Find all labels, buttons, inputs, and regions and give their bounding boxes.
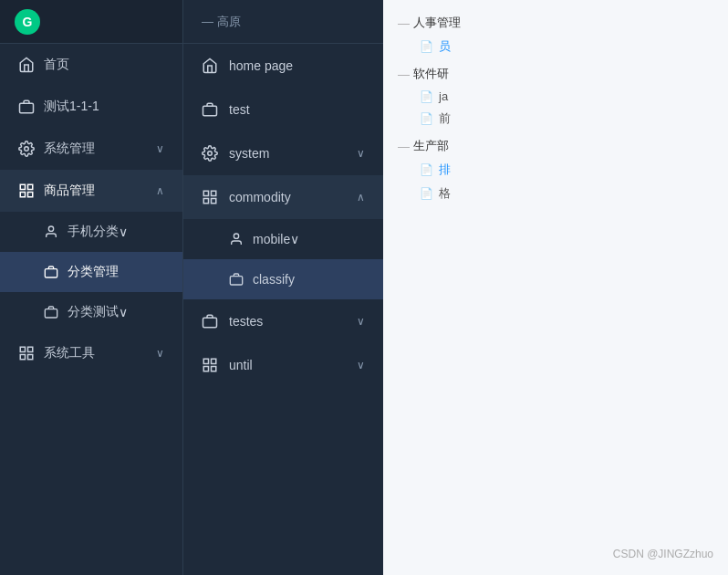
sidebar-item-test-label: 测试1-1-1 [44, 99, 164, 115]
watermark: CSDN @JINGZzhuo [613, 548, 713, 560]
sidebar-item-mobile-classify[interactable]: 手机分类 ∨ [0, 212, 182, 252]
chevron-down-icon-mobile: ∨ [119, 225, 128, 239]
mid-item-until-label: until [229, 358, 357, 372]
mid-item-commodity-label: commodity [229, 190, 357, 204]
grid-icon-mid-until [202, 357, 218, 373]
sidebar-item-classify-manage[interactable]: 分类管理 [0, 252, 182, 292]
briefcase-icon-classify-test [44, 305, 58, 319]
grid-icon-mid-commodity [202, 189, 218, 205]
svg-rect-22 [203, 359, 208, 363]
briefcase-icon-mid-test [202, 101, 218, 118]
mid-item-mobile-label: mobile [253, 232, 290, 246]
grid-icon-sys [18, 345, 35, 361]
svg-rect-21 [203, 318, 217, 328]
sidebar-item-classify-test-label: 分类测试 [68, 304, 119, 320]
tree-group-prod-header: 生产部 [398, 138, 713, 154]
home-icon [18, 57, 35, 73]
svg-point-1 [25, 147, 29, 152]
briefcase-icon-mid-classify [229, 272, 244, 287]
user-icon-mid [229, 232, 244, 246]
svg-rect-5 [28, 193, 33, 197]
briefcase-icon-classify [44, 265, 58, 279]
svg-rect-8 [45, 309, 57, 318]
tree-item-soft-2[interactable]: 前 [398, 107, 713, 131]
logo-icon: G [15, 9, 40, 35]
tree-item-hr-1[interactable]: 员 [398, 35, 713, 58]
tree-item-soft-2-label: 前 [439, 110, 451, 127]
sidebar-item-mobile-label: 手机分类 [68, 224, 119, 240]
chevron-down-icon-mid-mobile: ∨ [290, 232, 299, 246]
mid-item-mobile[interactable]: mobile ∨ [183, 219, 383, 259]
tree-item-prod-2[interactable]: 格 [398, 182, 713, 205]
mid-item-homepage-label: home page [229, 58, 365, 73]
mid-item-test[interactable]: test [183, 88, 383, 131]
right-panel: 人事管理 员 软件研 ja 前 生产部 排 格 CSDN @JINGZzhu [383, 0, 728, 575]
sidebar-item-classify-test[interactable]: 分类测试 ∨ [0, 292, 182, 332]
svg-rect-18 [212, 199, 216, 204]
sidebar-item-home-label: 首页 [44, 57, 164, 73]
svg-rect-9 [20, 347, 25, 351]
sidebar-item-commodity-label: 商品管理 [44, 183, 156, 199]
middle-header: — 高原 [183, 0, 383, 44]
chevron-down-icon-mid-system: ∨ [357, 147, 365, 160]
mid-item-homepage[interactable]: home page [183, 44, 383, 88]
svg-point-19 [234, 234, 238, 238]
svg-rect-12 [28, 355, 33, 360]
left-sidebar: G 首页 测试1-1-1 [0, 0, 182, 575]
mid-item-commodity[interactable]: commodity ∧ [183, 175, 383, 219]
svg-rect-24 [203, 367, 208, 371]
svg-rect-2 [20, 184, 25, 189]
svg-rect-7 [45, 269, 57, 277]
tree-group-soft-header: 软件研 [398, 66, 713, 82]
chevron-down-icon-sys: ∨ [156, 347, 164, 360]
mid-item-testes-label: testes [229, 314, 357, 329]
svg-rect-17 [203, 199, 208, 204]
sidebar-item-home[interactable]: 首页 [0, 44, 182, 86]
svg-rect-16 [212, 191, 216, 195]
sidebar-item-sys-tools[interactable]: 系统工具 ∨ [0, 332, 182, 374]
tree-section-hr: 人事管理 员 [398, 15, 713, 58]
chevron-down-icon-mid-testes: ∨ [357, 315, 365, 328]
tree-item-prod-1[interactable]: 排 [398, 158, 713, 182]
sidebar-nav: 首页 测试1-1-1 系统管理 ∨ [0, 44, 182, 575]
mid-item-test-label: test [229, 102, 365, 117]
mid-item-system-label: system [229, 146, 357, 161]
chevron-down-icon-mid-until: ∨ [357, 359, 365, 371]
middle-sidebar: — 高原 home page test system [182, 0, 383, 575]
sidebar-item-system[interactable]: 系统管理 ∨ [0, 128, 182, 170]
mid-item-classify[interactable]: classify [183, 259, 383, 299]
svg-rect-13 [203, 106, 217, 116]
svg-rect-3 [28, 184, 33, 189]
mid-item-classify-label: classify [253, 272, 295, 287]
mid-item-until[interactable]: until ∨ [183, 343, 383, 387]
tree-item-soft-1[interactable]: ja [398, 86, 713, 107]
tree-section-prod: 生产部 排 格 [398, 138, 713, 205]
svg-rect-23 [212, 359, 216, 363]
chevron-down-icon-classify-test: ∨ [119, 305, 128, 319]
svg-rect-15 [203, 191, 208, 195]
briefcase-icon-test [18, 99, 35, 115]
sidebar-logo: G [0, 0, 182, 44]
grid-icon-commodity [18, 183, 35, 199]
svg-rect-10 [28, 347, 33, 351]
user-icon [44, 225, 58, 239]
tree-item-prod-2-label: 格 [439, 185, 451, 202]
svg-rect-4 [20, 193, 25, 197]
svg-rect-25 [212, 367, 216, 371]
mid-item-testes[interactable]: testes ∨ [183, 299, 383, 343]
svg-rect-11 [20, 355, 25, 360]
mid-item-system[interactable]: system ∨ [183, 131, 383, 175]
sidebar-item-commodity[interactable]: 商品管理 ∧ [0, 170, 182, 212]
tree-item-soft-1-label: ja [439, 89, 448, 103]
settings-icon [18, 141, 35, 157]
svg-rect-20 [230, 277, 242, 285]
sidebar-item-test[interactable]: 测试1-1-1 [0, 86, 182, 128]
home-icon-mid [202, 58, 218, 74]
chevron-down-icon: ∨ [156, 142, 164, 155]
sidebar-item-sys-tools-label: 系统工具 [44, 345, 156, 361]
chevron-up-icon-mid-commodity: ∧ [357, 191, 365, 204]
tree-section-soft: 软件研 ja 前 [398, 66, 713, 131]
settings-icon-mid [202, 145, 218, 162]
briefcase-icon-mid-testes [202, 313, 218, 329]
svg-point-6 [48, 226, 53, 231]
